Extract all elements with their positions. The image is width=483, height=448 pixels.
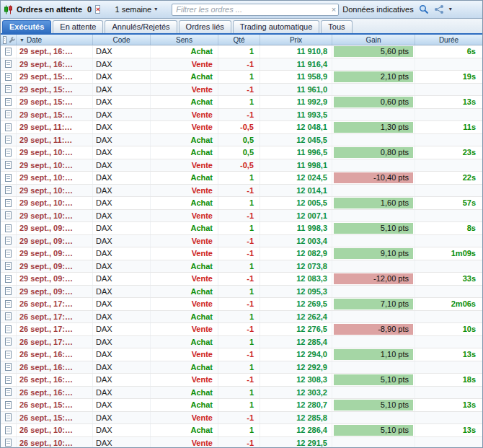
order-row[interactable]: 29 sept., 09:…DAXVente-112 082,99,10 pts…: [1, 247, 482, 260]
order-price: 12 007,1: [260, 210, 332, 222]
order-row[interactable]: 26 sept., 17:…DAXVente-112 276,5-8,90 pt…: [1, 323, 482, 336]
order-gain-cell: 5,10 pts: [332, 222, 415, 234]
column-header-qte[interactable]: Qté: [218, 35, 260, 45]
column-header-prix[interactable]: Prix: [260, 35, 332, 45]
order-row[interactable]: 29 sept., 09:…DAXVente-112 083,3-12,00 p…: [1, 273, 482, 286]
order-qty: 1: [218, 399, 260, 411]
order-row[interactable]: 26 sept., 15:…DAXVente-112 285,8: [1, 412, 482, 425]
order-row[interactable]: 29 sept., 10:…DAXVente-112 007,1: [1, 210, 482, 223]
order-row[interactable]: 26 sept., 16:…DAXAchat112 303,2: [1, 387, 482, 400]
order-gain-cell: 1,10 pts: [332, 348, 415, 361]
order-row[interactable]: 26 sept., 17:…DAXAchat112 285,4: [1, 336, 482, 349]
order-row[interactable]: 26 sept., 17:…DAXAchat112 262,4: [1, 311, 482, 324]
order-row[interactable]: 29 sept., 10:…DAXAchat112 024,5-10,40 pt…: [1, 172, 482, 185]
order-row[interactable]: 29 sept., 16:…DAXAchat111 910,85,60 pts6…: [1, 45, 482, 58]
column-header-duree[interactable]: Durée: [415, 35, 482, 45]
gain-badge: 5,10 pts: [334, 374, 413, 386]
tab-executes[interactable]: Exécutés: [2, 20, 51, 33]
order-row[interactable]: 29 sept., 16:…DAXVente-111 916,4: [1, 58, 482, 71]
order-side: Vente: [151, 323, 218, 335]
order-price: 11 998,1: [260, 159, 332, 172]
wrench-icon[interactable]: [9, 36, 16, 43]
order-qty: -1: [218, 247, 260, 260]
order-icon-cell: [1, 298, 17, 310]
search-icon[interactable]: [419, 4, 429, 14]
order-icon-cell: [1, 437, 17, 448]
order-date: 29 sept., 15:…: [17, 84, 93, 96]
gain-badge: 5,10 pts: [334, 425, 413, 436]
tab-en-attente[interactable]: En attente: [53, 20, 103, 33]
order-row[interactable]: 29 sept., 11:…DAXAchat0,512 045,5: [1, 134, 482, 147]
order-row[interactable]: 29 sept., 15:…DAXAchat111 958,92,10 pts1…: [1, 71, 482, 84]
column-header-sens[interactable]: Sens: [151, 35, 218, 45]
order-row[interactable]: 29 sept., 15:…DAXAchat111 992,90,60 pts1…: [1, 96, 482, 109]
order-row[interactable]: 29 sept., 09:…DAXAchat112 073,8: [1, 260, 482, 273]
order-row[interactable]: 26 sept., 16:…DAXVente-112 294,01,10 pts…: [1, 348, 482, 361]
column-header-date[interactable]: ▼ Date: [17, 35, 93, 45]
order-price: 12 294,0: [260, 348, 332, 361]
order-row[interactable]: 29 sept., 09:…DAXVente-112 003,4: [1, 235, 482, 248]
order-icon-cell: [1, 336, 17, 348]
order-duration: [415, 361, 482, 374]
order-price: 11 961,0: [260, 84, 332, 96]
order-date: 29 sept., 09:…: [17, 273, 93, 285]
order-row[interactable]: 29 sept., 10:…DAXAchat112 005,51,60 pts5…: [1, 197, 482, 210]
order-date: 26 sept., 15:…: [17, 399, 93, 411]
clear-filter-icon[interactable]: ×: [332, 5, 336, 14]
gain-badge: 1,60 pts: [334, 198, 413, 209]
period-dropdown[interactable]: 1 semaine ▾: [112, 4, 160, 15]
tab-trading-automatique[interactable]: Trading automatique: [233, 20, 320, 33]
order-side: Vente: [151, 159, 218, 172]
order-row[interactable]: 29 sept., 15:…DAXVente-111 993,5: [1, 109, 482, 122]
order-qty: 1: [218, 197, 260, 209]
share-icon[interactable]: [434, 4, 444, 14]
order-row[interactable]: 26 sept., 10:…DAXAchat112 286,45,10 pts1…: [1, 424, 482, 437]
order-row[interactable]: 29 sept., 15:…DAXVente-111 961,0: [1, 84, 482, 97]
order-side: Achat: [151, 222, 218, 234]
order-row[interactable]: 26 sept., 10:…DAXVente-112 291,5: [1, 437, 482, 448]
order-icon-cell: [1, 273, 17, 285]
filter-input[interactable]: [172, 4, 339, 16]
order-side: Achat: [151, 286, 218, 298]
order-date: 26 sept., 17:…: [17, 298, 93, 310]
popout-icon[interactable]: ×: [95, 5, 100, 14]
order-row[interactable]: 29 sept., 09:…DAXAchat111 998,35,10 pts8…: [1, 222, 482, 235]
order-row[interactable]: 29 sept., 10:…DAXVente-112 014,1: [1, 185, 482, 198]
order-code: DAX: [93, 210, 151, 222]
order-qty: 1: [218, 222, 260, 234]
order-duration: 6s: [415, 45, 482, 58]
order-row[interactable]: 29 sept., 09:…DAXAchat112 095,3: [1, 286, 482, 299]
order-row[interactable]: 26 sept., 16:…DAXVente-112 308,35,10 pts…: [1, 374, 482, 387]
column-header-code[interactable]: Code: [93, 35, 151, 45]
panel-title: Ordres en attente: [17, 5, 82, 14]
order-document-icon: [5, 110, 12, 118]
tab-tous[interactable]: Tous: [321, 20, 352, 33]
order-row[interactable]: 26 sept., 16:…DAXAchat112 292,9: [1, 361, 482, 374]
order-price: 12 073,8: [260, 260, 332, 273]
order-row[interactable]: 29 sept., 10:…DAXAchat0,511 996,50,80 pt…: [1, 146, 482, 159]
column-header-gain[interactable]: Gain: [332, 35, 415, 45]
tab-ordres-lies[interactable]: Ordres liés: [179, 20, 231, 33]
order-duration: [415, 437, 482, 448]
gain-badge: 7,10 pts: [334, 299, 413, 310]
toolbar: Ordres en attente 0 × 1 semaine ▾ × Donn…: [1, 1, 482, 19]
order-row[interactable]: 26 sept., 17:…DAXVente-112 269,57,10 pts…: [1, 298, 482, 311]
order-row[interactable]: 29 sept., 11:…DAXVente-0,512 048,11,30 p…: [1, 121, 482, 134]
order-qty: -1: [218, 109, 260, 121]
order-price: 12 286,4: [260, 424, 332, 436]
order-side: Achat: [151, 399, 218, 411]
order-document-icon: [5, 48, 12, 56]
order-gain-cell: [332, 185, 415, 197]
order-duration: 10s: [415, 323, 482, 335]
tab-annules-rejetes[interactable]: Annulés/Rejetés: [105, 20, 177, 33]
panel-menu-caret-icon[interactable]: ▾: [449, 6, 452, 12]
order-document-icon: [5, 426, 12, 434]
order-qty: 1: [218, 311, 260, 323]
order-price: 12 045,5: [260, 134, 332, 146]
order-document-icon: [5, 98, 12, 106]
order-icon-cell: [1, 412, 17, 424]
order-row[interactable]: 29 sept., 10:…DAXVente-0,511 998,1: [1, 159, 482, 172]
order-price: 11 996,5: [260, 146, 332, 159]
order-row[interactable]: 26 sept., 15:…DAXAchat112 280,75,10 pts1…: [1, 399, 482, 412]
order-side: Vente: [151, 210, 218, 222]
